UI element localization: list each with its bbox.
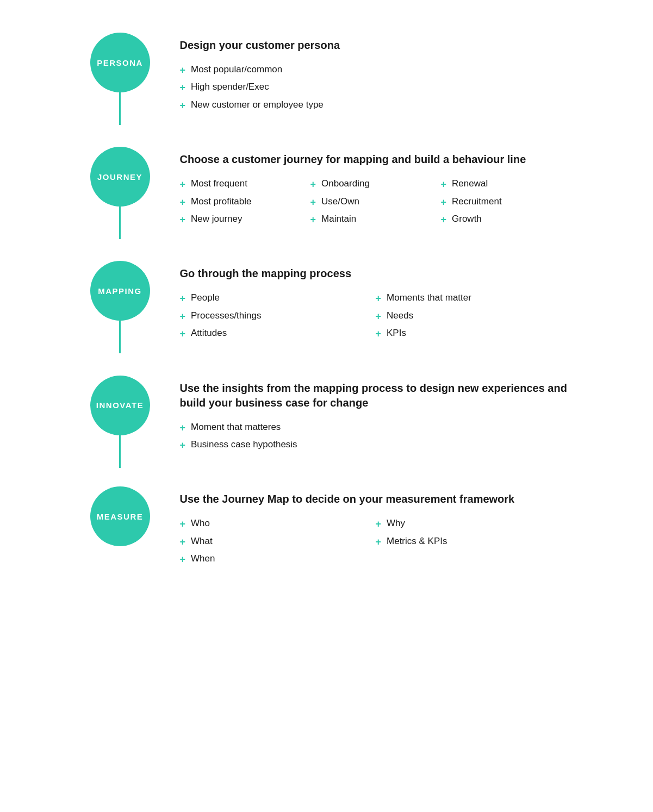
bullet-plus-icon: + [441,176,447,193]
list-item-text: Moments that matter [387,290,471,307]
list-item: +Use/Own [310,193,441,211]
circle-label-journey: JOURNEY [97,172,142,182]
list-item-text: New customer or employee type [191,97,324,114]
list-item: +Renewal [441,176,571,193]
bullet-plus-icon: + [180,551,186,568]
list-item: +Attitudes [180,325,376,342]
list-item: +People [180,290,376,307]
list-item-text: New journey [191,211,242,228]
step-innovate: INNOVATEUse the insights from the mappin… [82,376,571,487]
list-item: +KPIs [376,325,571,342]
list-item-text: Attitudes [191,325,227,342]
bullet-plus-icon: + [441,211,447,228]
list-item-text: Recruitment [452,193,502,210]
bullet-plus-icon: + [376,533,382,551]
list-item-text: Who [191,515,210,532]
list-item-text: Most profitable [191,193,252,210]
list-col-2-journey: +Onboarding+Use/Own+Maintain [310,176,441,228]
content-measure: Use the Journey Map to decide on your me… [158,486,571,601]
list-item: +Moment that matteres [180,419,571,436]
list-item-text: Onboarding [321,176,370,192]
step-journey: JOURNEYChoose a customer journey for map… [82,147,571,261]
multi-list-mapping: +People+Processes/things+Attitudes+Momen… [180,290,571,342]
bullet-plus-icon: + [180,97,186,114]
bullet-plus-icon: + [180,61,186,79]
list-item-text: People [191,290,220,307]
list-item: +What [180,533,376,551]
list-item-text: Why [387,515,405,532]
bullet-plus-icon: + [180,533,186,551]
list-item-text: High spender/Exec [191,79,269,96]
circle-label-measure: MEASURE [97,512,144,521]
list-item-text: When [191,551,215,567]
list-item: +Needs [376,308,571,325]
connector-innovate [119,435,121,468]
left-col-journey: JOURNEY [82,147,158,239]
ul-col-2: +Onboarding+Use/Own+Maintain [310,176,441,228]
ul-col-2: +Why+Metrics & KPIs [376,515,571,551]
list-item-text: Use/Own [321,193,359,210]
bullet-plus-icon: + [441,193,447,211]
ul-col-1: +Who+What+When [180,515,376,568]
connector-persona [119,92,121,125]
list-item: +Growth [441,211,571,228]
list-item-text: KPIs [387,325,406,342]
bullet-plus-icon: + [180,419,186,436]
list-item: +Most frequent [180,176,310,193]
bullet-plus-icon: + [180,290,186,307]
list-item: +High spender/Exec [180,79,571,96]
list-item: +Most profitable [180,193,310,211]
bullet-plus-icon: + [180,325,186,342]
list-innovate: +Moment that matteres+Business case hypo… [180,419,571,454]
title-persona: Design your customer persona [180,38,571,53]
bullet-plus-icon: + [310,193,316,211]
bullet-plus-icon: + [310,176,316,193]
list-item-text: Moment that matteres [191,419,281,436]
bullet-plus-icon: + [180,436,186,454]
circle-innovate: INNOVATE [90,376,150,435]
bullet-plus-icon: + [376,325,382,342]
bullet-plus-icon: + [376,515,382,533]
title-measure: Use the Journey Map to decide on your me… [180,492,571,507]
list-item: +Moments that matter [376,290,571,307]
list-item: +Recruitment [441,193,571,211]
bullet-plus-icon: + [180,79,186,96]
list-item: +Most popular/common [180,61,571,79]
ul-col-1: +People+Processes/things+Attitudes [180,290,376,342]
list-item-text: Needs [387,308,413,324]
title-journey: Choose a customer journey for mapping an… [180,152,571,167]
list-item-text: Maintain [321,211,356,228]
content-journey: Choose a customer journey for mapping an… [158,147,571,261]
list-item: +Why [376,515,571,533]
circle-label-mapping: MAPPING [98,286,142,296]
list-col-3-journey: +Renewal+Recruitment+Growth [441,176,571,228]
bullet-plus-icon: + [180,176,186,193]
title-mapping: Go through the mapping process [180,266,571,281]
main-container: PERSONADesign your customer persona+Most… [82,33,571,601]
circle-mapping: MAPPING [90,261,150,321]
list-item: +Who [180,515,376,533]
list-persona: +Most popular/common+High spender/Exec+N… [180,61,571,114]
connector-mapping [119,321,121,353]
list-col-2-measure: +Why+Metrics & KPIs [376,515,571,568]
list-item-text: Renewal [452,176,488,192]
list-item: +Onboarding [310,176,441,193]
circle-measure: MEASURE [90,486,150,546]
list-col-1-mapping: +People+Processes/things+Attitudes [180,290,376,342]
list-item-text: What [191,533,213,550]
list-item-text: Business case hypothesis [191,436,297,453]
left-col-innovate: INNOVATE [82,376,158,468]
circle-persona: PERSONA [90,33,150,92]
step-persona: PERSONADesign your customer persona+Most… [82,33,571,147]
list-item: +Maintain [310,211,441,228]
multi-list-measure: +Who+What+When+Why+Metrics & KPIs [180,515,571,568]
circle-label-persona: PERSONA [97,58,143,67]
list-item-text: Most frequent [191,176,247,192]
step-measure: MEASUREUse the Journey Map to decide on … [82,486,571,601]
list-item-text: Processes/things [191,308,261,324]
ul-col-3: +Renewal+Recruitment+Growth [441,176,571,228]
content-mapping: Go through the mapping process+People+Pr… [158,261,571,375]
left-col-measure: MEASURE [82,486,158,546]
list-item-text: Most popular/common [191,61,282,78]
list-col-1-measure: +Who+What+When [180,515,376,568]
